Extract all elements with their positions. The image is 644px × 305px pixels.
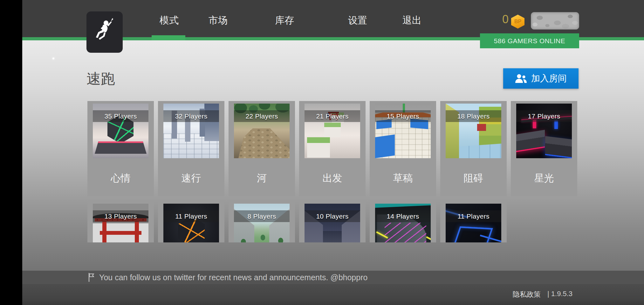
- flag-icon: [88, 273, 95, 282]
- player-count: 14 Players: [387, 213, 419, 220]
- player-count: 32 Players: [175, 112, 207, 120]
- map-card-xinqing[interactable]: 35 Players 心情: [87, 101, 154, 196]
- thumb-decor: [459, 144, 501, 158]
- map-thumbnail-torii-gate: 13 Players: [93, 204, 148, 242]
- map-name: 草稿: [370, 172, 436, 185]
- game-menu-screen: 模式 市场 库存 设置 退出 0 BP 586 GAMERS ONLINE 速跑…: [0, 0, 644, 305]
- nav-tab-inventory[interactable]: 库存: [261, 14, 308, 27]
- player-count-strip: 35 Players: [93, 110, 148, 122]
- map-card-zuai[interactable]: 18 Players 阻碍: [440, 101, 507, 196]
- active-tab-underline: [152, 35, 185, 40]
- thumb-decor: [234, 204, 290, 242]
- nav-tab-settings[interactable]: 设置: [334, 14, 381, 27]
- player-count-strip: 15 Players: [375, 110, 431, 122]
- map-thumbnail-neon-ramp: 14 Players: [375, 204, 431, 242]
- map-name: 速行: [158, 172, 224, 185]
- player-count-strip: 18 Players: [446, 110, 501, 122]
- nav-tab-exit[interactable]: 退出: [388, 14, 436, 27]
- map-name: 阻碍: [440, 172, 507, 185]
- thumb-decor: [385, 223, 426, 242]
- player-count: 22 Players: [245, 112, 278, 120]
- player-count-strip: 32 Players: [163, 110, 219, 122]
- map-name: 出发: [299, 172, 366, 185]
- map-card-neon-ramp[interactable]: 14 Players: [370, 201, 436, 242]
- map-card-torii[interactable]: 13 Players: [87, 201, 154, 242]
- player-count: 10 Players: [316, 213, 348, 220]
- map-card-orange-cube[interactable]: 11 Players: [158, 201, 224, 242]
- player-count: 15 Players: [387, 112, 419, 120]
- gamers-online-badge: 586 GAMERS ONLINE: [480, 33, 579, 48]
- announcement-bar: You can follow us on twitter for recent …: [0, 271, 644, 284]
- privacy-policy-link[interactable]: 隐私政策: [513, 290, 541, 299]
- player-profile-button[interactable]: [531, 12, 579, 30]
- player-count-strip: 8 Players: [234, 210, 290, 222]
- player-count-strip: 22 Players: [234, 110, 290, 122]
- player-count: 13 Players: [104, 213, 137, 220]
- map-card-caogao[interactable]: 15 Players 草稿: [370, 101, 436, 196]
- map-card-corridor[interactable]: 10 Players: [299, 201, 366, 242]
- dust-particle: [52, 58, 54, 59]
- join-room-label: 加入房间: [531, 72, 567, 85]
- player-count: 18 Players: [457, 112, 490, 120]
- player-count-strip: 21 Players: [305, 110, 360, 122]
- map-thumbnail-hex-cube-orange: 11 Players: [163, 204, 219, 242]
- left-letterbox: [0, 0, 22, 305]
- footer-bar: 隐私政策 | 1.9.5.3: [0, 284, 644, 305]
- announcement-text: You can follow us on twitter for recent …: [99, 273, 367, 282]
- map-card-he[interactable]: 22 Players 河: [229, 101, 295, 196]
- player-count-strip: 13 Players: [93, 210, 148, 222]
- thumb-decor: [375, 134, 395, 158]
- map-thumbnail-grass-blocks: 21 Players: [305, 104, 360, 158]
- player-count-strip: 11 Players: [163, 210, 219, 222]
- player-count-strip: 11 Players: [446, 210, 501, 222]
- thumb-decor: [477, 124, 486, 131]
- bhop-jumper-icon: [92, 17, 117, 47]
- map-card-xingguang[interactable]: 17 Players 星光: [511, 101, 577, 196]
- player-count: 21 Players: [316, 112, 348, 120]
- nav-tab-market[interactable]: 市场: [194, 14, 242, 27]
- map-thumbnail-blue-squares: 11 Players: [446, 204, 501, 242]
- map-thumbnail-obstacle-blocks: 18 Players: [446, 104, 501, 158]
- app-logo[interactable]: [86, 11, 123, 53]
- join-room-button[interactable]: 加入房间: [503, 68, 579, 89]
- map-thumbnail-night-corridor: 10 Players: [305, 204, 360, 242]
- map-thumbnail-draft-tiles: 15 Players: [375, 104, 431, 158]
- map-thumbnail-river: 22 Players: [234, 104, 290, 158]
- map-card-chufa[interactable]: 21 Players 出发: [299, 101, 366, 196]
- map-card-suxing[interactable]: 32 Players 速行: [158, 101, 224, 196]
- map-name: 心情: [87, 172, 154, 185]
- map-name: 星光: [511, 172, 577, 185]
- map-card-garden[interactable]: 8 Players: [229, 201, 295, 242]
- coin-count: 0: [492, 13, 509, 26]
- thumb-decor: [100, 231, 141, 235]
- version-label: | 1.9.5.3: [547, 290, 572, 298]
- map-thumbnail-pillars: 32 Players: [163, 104, 219, 158]
- people-icon: [515, 74, 527, 83]
- map-thumbnail-concrete-garden: 8 Players: [234, 204, 290, 242]
- player-count: 8 Players: [247, 213, 276, 220]
- player-count: 11 Players: [457, 213, 490, 220]
- player-count: 35 Players: [104, 112, 137, 120]
- player-count-strip: 17 Players: [516, 110, 572, 122]
- map-card-blue-squares[interactable]: 11 Players: [440, 201, 507, 242]
- map-name: 河: [229, 172, 295, 185]
- map-thumbnail-hex-cube-green: 35 Players: [93, 104, 148, 158]
- player-count: 17 Players: [528, 112, 560, 120]
- player-count: 11 Players: [175, 213, 207, 220]
- player-count-strip: 14 Players: [375, 210, 431, 222]
- nav-tab-mode[interactable]: 模式: [145, 14, 193, 27]
- map-thumbnail-neon-platforms: 17 Players: [516, 104, 572, 158]
- thumb-decor: [323, 231, 342, 242]
- player-count-strip: 10 Players: [305, 210, 360, 222]
